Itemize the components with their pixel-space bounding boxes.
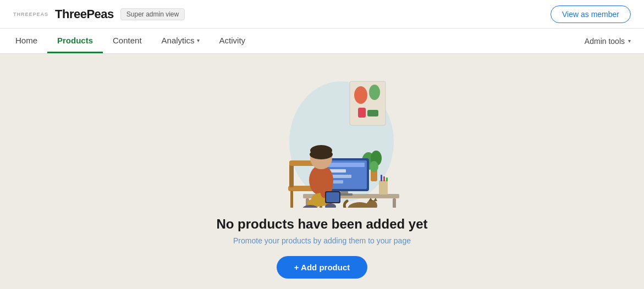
chevron-down-icon: ▾ — [197, 37, 200, 43]
main-nav: Home Products Content Analytics ▾ Activi… — [0, 29, 644, 54]
nav-item-products[interactable]: Products — [47, 29, 103, 53]
svg-rect-22 — [381, 175, 382, 181]
nav-item-activity[interactable]: Activity — [210, 29, 256, 53]
svg-point-9 — [370, 161, 378, 172]
brand-wordmark: THREEPEAS — [13, 12, 48, 17]
svg-rect-26 — [290, 191, 293, 208]
nav-label-products: Products — [57, 36, 93, 45]
chevron-down-icon: ▾ — [628, 38, 631, 44]
svg-point-33 — [310, 149, 333, 159]
svg-rect-5 — [367, 110, 378, 116]
nav-item-content[interactable]: Content — [103, 29, 152, 53]
view-as-member-button[interactable]: View as member — [551, 5, 631, 23]
add-product-button[interactable]: + Add product — [277, 256, 368, 279]
nav-label-activity: Activity — [219, 36, 246, 45]
nav-item-home[interactable]: Home — [13, 29, 47, 53]
svg-rect-40 — [326, 192, 339, 202]
svg-rect-12 — [393, 198, 396, 208]
nav-label-analytics: Analytics — [162, 36, 195, 45]
svg-rect-21 — [379, 180, 388, 194]
empty-state-illustration — [240, 65, 405, 208]
empty-state-heading: No products have been added yet — [216, 216, 427, 232]
admin-tools-menu[interactable]: Admin tools ▾ — [585, 37, 631, 46]
svg-rect-1 — [350, 81, 386, 125]
svg-point-43 — [366, 200, 377, 208]
empty-state-subtext: Promote your products by adding them to … — [233, 236, 411, 245]
brand-name: ThreePeas — [55, 7, 114, 21]
header-left: THREEPEAS ThreePeas Super admin view — [13, 7, 185, 21]
svg-rect-4 — [358, 108, 366, 118]
svg-point-3 — [369, 85, 380, 100]
super-admin-badge: Super admin view — [120, 8, 185, 20]
header: THREEPEAS ThreePeas Super admin view Vie… — [0, 0, 644, 29]
main-content: No products have been added yet Promote … — [0, 54, 644, 289]
nav-left: Home Products Content Analytics ▾ Activi… — [13, 29, 255, 53]
svg-rect-23 — [383, 176, 385, 181]
svg-rect-24 — [386, 177, 388, 181]
nav-item-analytics[interactable]: Analytics ▾ — [152, 29, 210, 53]
nav-label-content: Content — [113, 36, 142, 45]
svg-point-2 — [354, 86, 367, 104]
admin-tools-label: Admin tools — [585, 37, 625, 46]
nav-label-home: Home — [15, 36, 37, 45]
